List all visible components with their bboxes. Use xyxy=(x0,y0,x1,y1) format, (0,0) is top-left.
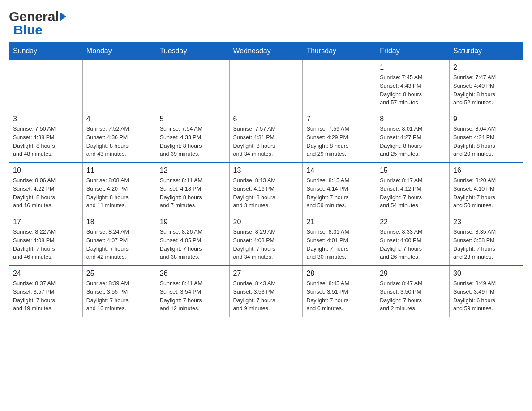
day-number: 9 xyxy=(453,115,519,123)
weekday-header-row: SundayMondayTuesdayWednesdayThursdayFrid… xyxy=(9,43,523,60)
calendar-week-row: 3Sunrise: 7:50 AM Sunset: 4:38 PM Daylig… xyxy=(9,111,523,163)
calendar-cell: 6Sunrise: 7:57 AM Sunset: 4:31 PM Daylig… xyxy=(229,111,303,163)
calendar-cell: 2Sunrise: 7:47 AM Sunset: 4:40 PM Daylig… xyxy=(450,60,523,111)
day-info: Sunrise: 8:29 AM Sunset: 4:03 PM Dayligh… xyxy=(233,228,299,261)
day-info: Sunrise: 7:50 AM Sunset: 4:38 PM Dayligh… xyxy=(13,125,79,158)
logo: General Blue xyxy=(9,9,66,38)
calendar-cell: 10Sunrise: 8:06 AM Sunset: 4:22 PM Dayli… xyxy=(9,163,83,214)
calendar-week-row: 1Sunrise: 7:45 AM Sunset: 4:43 PM Daylig… xyxy=(9,60,523,111)
day-number: 26 xyxy=(160,270,226,278)
day-number: 22 xyxy=(380,218,446,226)
day-info: Sunrise: 8:22 AM Sunset: 4:08 PM Dayligh… xyxy=(13,228,79,261)
calendar-table: SundayMondayTuesdayWednesdayThursdayFrid… xyxy=(9,42,523,317)
day-number: 6 xyxy=(233,115,299,123)
day-number: 18 xyxy=(86,218,152,226)
calendar-cell: 9Sunrise: 8:04 AM Sunset: 4:24 PM Daylig… xyxy=(450,111,523,163)
calendar-cell: 23Sunrise: 8:35 AM Sunset: 3:58 PM Dayli… xyxy=(450,214,523,265)
weekday-header-wednesday: Wednesday xyxy=(229,43,303,60)
weekday-header-sunday: Sunday xyxy=(9,43,83,60)
calendar-cell: 18Sunrise: 8:24 AM Sunset: 4:07 PM Dayli… xyxy=(82,214,156,265)
day-info: Sunrise: 8:35 AM Sunset: 3:58 PM Dayligh… xyxy=(453,228,519,261)
day-info: Sunrise: 8:04 AM Sunset: 4:24 PM Dayligh… xyxy=(453,125,519,158)
weekday-header-thursday: Thursday xyxy=(303,43,376,60)
day-number: 17 xyxy=(13,218,79,226)
calendar-cell: 3Sunrise: 7:50 AM Sunset: 4:38 PM Daylig… xyxy=(9,111,83,163)
day-info: Sunrise: 8:11 AM Sunset: 4:18 PM Dayligh… xyxy=(160,176,226,210)
calendar-cell: 11Sunrise: 8:08 AM Sunset: 4:20 PM Dayli… xyxy=(82,163,156,214)
calendar-week-row: 17Sunrise: 8:22 AM Sunset: 4:08 PM Dayli… xyxy=(9,214,523,265)
day-info: Sunrise: 8:41 AM Sunset: 3:54 PM Dayligh… xyxy=(160,279,226,313)
weekday-header-monday: Monday xyxy=(82,43,156,60)
day-info: Sunrise: 8:43 AM Sunset: 3:53 PM Dayligh… xyxy=(233,279,299,313)
day-number: 3 xyxy=(13,115,79,123)
day-number: 5 xyxy=(160,115,226,123)
calendar-cell: 4Sunrise: 7:52 AM Sunset: 4:36 PM Daylig… xyxy=(82,111,156,163)
calendar-cell xyxy=(82,60,156,111)
calendar-cell: 27Sunrise: 8:43 AM Sunset: 3:53 PM Dayli… xyxy=(229,265,303,317)
calendar-cell: 15Sunrise: 8:17 AM Sunset: 4:12 PM Dayli… xyxy=(376,163,450,214)
calendar-cell: 7Sunrise: 7:59 AM Sunset: 4:29 PM Daylig… xyxy=(303,111,376,163)
day-info: Sunrise: 8:47 AM Sunset: 3:50 PM Dayligh… xyxy=(380,279,446,313)
calendar-cell: 16Sunrise: 8:20 AM Sunset: 4:10 PM Dayli… xyxy=(450,163,523,214)
calendar-cell xyxy=(303,60,376,111)
calendar-cell: 8Sunrise: 8:01 AM Sunset: 4:27 PM Daylig… xyxy=(376,111,450,163)
day-number: 11 xyxy=(86,167,152,175)
day-number: 25 xyxy=(86,270,152,278)
day-number: 2 xyxy=(453,64,519,72)
day-number: 23 xyxy=(453,218,519,226)
day-number: 27 xyxy=(233,270,299,278)
calendar-cell: 5Sunrise: 7:54 AM Sunset: 4:33 PM Daylig… xyxy=(156,111,229,163)
day-info: Sunrise: 8:49 AM Sunset: 3:49 PM Dayligh… xyxy=(453,279,519,313)
day-number: 29 xyxy=(380,270,446,278)
calendar-week-row: 10Sunrise: 8:06 AM Sunset: 4:22 PM Dayli… xyxy=(9,163,523,214)
calendar-cell: 19Sunrise: 8:26 AM Sunset: 4:05 PM Dayli… xyxy=(156,214,229,265)
day-info: Sunrise: 8:17 AM Sunset: 4:12 PM Dayligh… xyxy=(380,176,446,210)
weekday-header-tuesday: Tuesday xyxy=(156,43,229,60)
calendar-cell: 13Sunrise: 8:13 AM Sunset: 4:16 PM Dayli… xyxy=(229,163,303,214)
day-info: Sunrise: 8:39 AM Sunset: 3:55 PM Dayligh… xyxy=(86,279,152,313)
calendar-cell xyxy=(229,60,303,111)
day-number: 19 xyxy=(160,218,226,226)
day-number: 4 xyxy=(86,115,152,123)
day-number: 20 xyxy=(233,218,299,226)
day-number: 24 xyxy=(13,270,79,278)
weekday-header-saturday: Saturday xyxy=(450,43,523,60)
calendar-cell xyxy=(156,60,229,111)
day-number: 16 xyxy=(453,167,519,175)
day-info: Sunrise: 8:20 AM Sunset: 4:10 PM Dayligh… xyxy=(453,176,519,210)
day-number: 28 xyxy=(306,270,372,278)
calendar-cell: 26Sunrise: 8:41 AM Sunset: 3:54 PM Dayli… xyxy=(156,265,229,317)
logo-general-text: General xyxy=(9,9,59,24)
calendar-cell: 29Sunrise: 8:47 AM Sunset: 3:50 PM Dayli… xyxy=(376,265,450,317)
day-info: Sunrise: 7:59 AM Sunset: 4:29 PM Dayligh… xyxy=(306,125,372,158)
logo-blue-text: Blue xyxy=(13,22,43,38)
day-info: Sunrise: 7:52 AM Sunset: 4:36 PM Dayligh… xyxy=(86,125,152,158)
day-number: 12 xyxy=(160,167,226,175)
calendar-cell: 30Sunrise: 8:49 AM Sunset: 3:49 PM Dayli… xyxy=(450,265,523,317)
day-info: Sunrise: 8:33 AM Sunset: 4:00 PM Dayligh… xyxy=(380,228,446,261)
day-info: Sunrise: 8:06 AM Sunset: 4:22 PM Dayligh… xyxy=(13,176,79,210)
day-info: Sunrise: 8:01 AM Sunset: 4:27 PM Dayligh… xyxy=(380,125,446,158)
day-number: 30 xyxy=(453,270,519,278)
calendar-cell: 17Sunrise: 8:22 AM Sunset: 4:08 PM Dayli… xyxy=(9,214,83,265)
day-number: 1 xyxy=(380,64,446,72)
day-number: 15 xyxy=(380,167,446,175)
calendar-cell xyxy=(9,60,83,111)
calendar-cell: 20Sunrise: 8:29 AM Sunset: 4:03 PM Dayli… xyxy=(229,214,303,265)
calendar-cell: 24Sunrise: 8:37 AM Sunset: 3:57 PM Dayli… xyxy=(9,265,83,317)
day-info: Sunrise: 8:26 AM Sunset: 4:05 PM Dayligh… xyxy=(160,228,226,261)
day-info: Sunrise: 8:13 AM Sunset: 4:16 PM Dayligh… xyxy=(233,176,299,210)
day-number: 8 xyxy=(380,115,446,123)
day-info: Sunrise: 8:45 AM Sunset: 3:51 PM Dayligh… xyxy=(306,279,372,313)
calendar-cell: 1Sunrise: 7:45 AM Sunset: 4:43 PM Daylig… xyxy=(376,60,450,111)
calendar-cell: 28Sunrise: 8:45 AM Sunset: 3:51 PM Dayli… xyxy=(303,265,376,317)
day-number: 21 xyxy=(306,218,372,226)
day-info: Sunrise: 8:08 AM Sunset: 4:20 PM Dayligh… xyxy=(86,176,152,210)
day-number: 14 xyxy=(306,167,372,175)
day-info: Sunrise: 7:47 AM Sunset: 4:40 PM Dayligh… xyxy=(453,73,519,107)
day-number: 10 xyxy=(13,167,79,175)
calendar-cell: 22Sunrise: 8:33 AM Sunset: 4:00 PM Dayli… xyxy=(376,214,450,265)
calendar-week-row: 24Sunrise: 8:37 AM Sunset: 3:57 PM Dayli… xyxy=(9,265,523,317)
day-info: Sunrise: 7:45 AM Sunset: 4:43 PM Dayligh… xyxy=(380,73,446,107)
day-info: Sunrise: 8:37 AM Sunset: 3:57 PM Dayligh… xyxy=(13,279,79,313)
